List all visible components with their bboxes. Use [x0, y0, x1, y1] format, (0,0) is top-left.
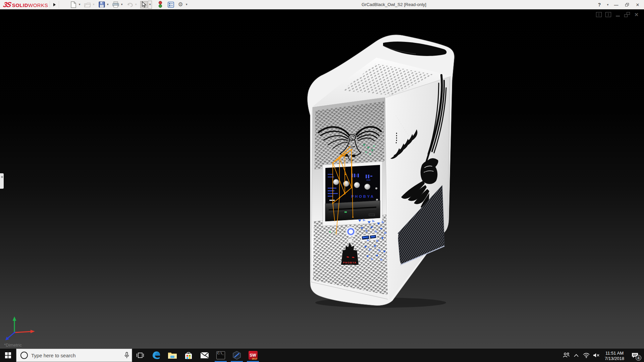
taskbar-app-store[interactable]: [180, 349, 197, 362]
taskbar-app-command-prompt[interactable]: C:\_: [213, 349, 229, 362]
action-center-button[interactable]: 4: [628, 349, 642, 362]
speaker-muted-icon: [593, 353, 600, 358]
help-dropdown[interactable]: ▼: [606, 1, 610, 8]
help-button[interactable]: ?: [595, 1, 604, 8]
system-tray: 11:51 AM 7/13/2018 4: [561, 349, 644, 362]
task-view-button[interactable]: [132, 349, 148, 362]
tab-grip-dot: [1, 176, 3, 178]
save-icon: [99, 1, 105, 8]
doc-restore-button[interactable]: [624, 12, 630, 17]
brand-text-bold: SOLID: [12, 2, 28, 8]
x-axis-arrow: [31, 330, 35, 333]
start-button[interactable]: [0, 349, 16, 362]
pc-case-model[interactable]: PHOBYA: [308, 35, 454, 306]
solidworks-logo: 3S SOLID WORKS: [0, 1, 48, 9]
people-button[interactable]: [561, 349, 571, 362]
taskbar-app-mail[interactable]: [197, 349, 213, 362]
print-icon: [112, 1, 119, 8]
orientation-triad[interactable]: [5, 316, 35, 340]
sw-icon-year: 2017: [252, 358, 257, 360]
volume-button[interactable]: [591, 349, 601, 362]
task-view-icon: [137, 352, 144, 359]
solidworks-2017-icon: SW 2017: [249, 351, 258, 360]
taskbar-app-3d-viewer[interactable]: [229, 349, 245, 362]
new-document-icon: [70, 1, 76, 8]
doc-close-button[interactable]: ✕: [634, 12, 639, 17]
taskbar-app-edge[interactable]: [148, 349, 164, 362]
save-button[interactable]: [98, 1, 105, 8]
search-input[interactable]: [31, 353, 122, 358]
settings-button[interactable]: ⚙: [177, 1, 184, 8]
new-document-button[interactable]: [70, 1, 77, 8]
status-led: [329, 231, 331, 233]
print-dropdown[interactable]: ▼: [120, 1, 124, 8]
controller-white-mark: [329, 200, 335, 201]
taskbar-search[interactable]: [16, 349, 132, 362]
file-explorer-icon: [168, 351, 177, 359]
show-pane-right-button[interactable]: [605, 12, 611, 17]
close-button[interactable]: ✕: [633, 1, 642, 8]
restore-button[interactable]: [623, 1, 631, 8]
document-window-controls: ✕: [596, 12, 639, 17]
select-tool-dropdown[interactable]: ▼: [148, 1, 152, 9]
taskbar-app-file-explorer[interactable]: [164, 349, 180, 362]
solidworks-window: 3S SOLID WORKS ▼ ▼ ▼ ▼ ▼: [0, 0, 644, 362]
command-prompt-icon: C:\_: [216, 351, 225, 359]
windows-taskbar: C:\_ SW 2017: [0, 349, 644, 362]
cmd-icon-text: C:\_: [217, 352, 224, 355]
open-button[interactable]: [84, 1, 91, 8]
restore-icon: [625, 3, 629, 6]
3d-viewer-icon: [232, 351, 241, 360]
gear-icon: ⚙: [178, 1, 183, 8]
show-pane-left-button[interactable]: [596, 12, 602, 17]
rebuild-button[interactable]: [157, 1, 164, 8]
clock-date: 7/13/2018: [601, 356, 628, 361]
hidden-icons-button[interactable]: [571, 349, 581, 362]
windows-logo-icon: [5, 352, 11, 358]
store-icon: [184, 351, 193, 360]
undo-button[interactable]: [126, 1, 133, 8]
window-controls: ? ▼ — ✕: [595, 0, 642, 9]
edge-icon: [152, 351, 161, 360]
main-toolbar: ▼ ▼ ▼ ▼ ▼ ▼ ⚙ ▼: [69, 1, 191, 9]
controller-brand-text: PHOBYA: [351, 194, 375, 198]
undo-icon: [126, 2, 133, 8]
taskbar-clock[interactable]: 11:51 AM 7/13/2018: [601, 349, 628, 361]
microphone-icon[interactable]: [122, 352, 132, 359]
open-dropdown[interactable]: ▼: [92, 1, 96, 8]
view-orientation-label: *Dimetric: [4, 343, 22, 348]
chevron-up-icon: [574, 354, 579, 357]
graphics-viewport[interactable]: PHOBYA: [0, 9, 644, 349]
document-title: GrCadBlack_Owl_S2 [Read-only]: [362, 2, 426, 7]
reset-button[interactable]: [348, 238, 353, 243]
sw-icon-text: SW: [250, 353, 256, 358]
new-document-dropdown[interactable]: ▼: [77, 1, 82, 8]
mail-icon: [200, 352, 209, 359]
right-triangle-icon: [53, 3, 56, 6]
feature-manager-collapsed-tab[interactable]: [0, 173, 4, 189]
traffic-light-icon: [158, 1, 162, 8]
eject-button[interactable]: [369, 214, 375, 216]
select-cursor-icon: [141, 1, 147, 8]
open-icon: [84, 2, 91, 8]
notification-badge: 4: [636, 355, 641, 361]
undo-dropdown[interactable]: ▼: [134, 1, 138, 8]
separator: [50, 1, 50, 8]
minimize-button[interactable]: —: [612, 1, 621, 8]
cortana-icon: [20, 352, 28, 359]
settings-dropdown[interactable]: ▼: [184, 1, 189, 8]
toolbar-flyout-arrow[interactable]: [52, 1, 57, 8]
print-button[interactable]: [112, 1, 119, 8]
titlebar: 3S SOLID WORKS ▼ ▼ ▼ ▼ ▼: [0, 0, 644, 9]
select-tool-button[interactable]: [140, 1, 148, 8]
network-button[interactable]: [581, 349, 591, 362]
people-icon: [562, 352, 570, 358]
brand-text-light: WORKS: [28, 2, 48, 8]
options-list-icon: [168, 2, 174, 8]
doc-minimize-button[interactable]: [615, 12, 621, 17]
3d-scene[interactable]: PHOBYA: [0, 9, 644, 349]
taskbar-app-solidworks-2017[interactable]: SW 2017: [245, 349, 261, 362]
status-led: [334, 232, 335, 233]
options-list-button[interactable]: [167, 1, 174, 8]
save-dropdown[interactable]: ▼: [106, 1, 110, 8]
